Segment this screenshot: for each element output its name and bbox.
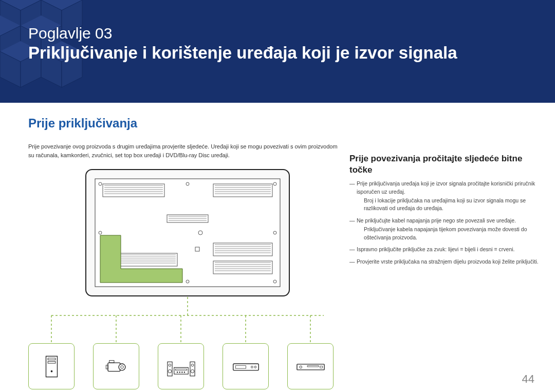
list-item: ― Provjerite vrste priključaka na stražn…	[349, 258, 540, 266]
device-bluray-player	[287, 343, 334, 389]
svg-point-75	[119, 364, 125, 370]
intro-paragraph: Prije povezivanje ovog proizvoda s drugi…	[28, 142, 342, 159]
list-item-text: Ispravno priključite priključke za zvuk:…	[357, 246, 515, 252]
display-rear-illustration	[85, 169, 290, 297]
svg-rect-74	[108, 363, 120, 371]
device-home-theater	[158, 343, 204, 389]
list-item-sub: Broj i lokacije priključaka na uređajima…	[357, 197, 540, 213]
list-item: ― Ispravno priključite priključke za zvu…	[349, 246, 540, 254]
device-pc-tower	[28, 343, 75, 389]
svg-rect-85	[174, 367, 188, 374]
chapter-label: Poglavlje 03	[28, 25, 457, 42]
svg-point-88	[179, 371, 180, 372]
chapter-title: Priključivanje i korištenje uređaja koji…	[28, 43, 457, 63]
list-item: ― Prije priključivanja uređaja koji je i…	[349, 180, 540, 213]
connector-lines	[28, 297, 342, 343]
section-title: Prije priključivanja	[28, 116, 137, 130]
page-number: 44	[522, 372, 534, 386]
list-item-text: Prije priključivanja uređaja koji je izv…	[357, 180, 535, 195]
pre-connection-heading: Prije povezivanja pročitajte sljedeće bi…	[349, 153, 540, 176]
connection-diagram	[28, 169, 342, 392]
dash-icon: ―	[349, 258, 355, 266]
svg-point-89	[181, 371, 182, 372]
device-camcorder	[93, 343, 139, 389]
dash-icon: ―	[349, 246, 355, 254]
dash-icon: ―	[349, 217, 355, 225]
svg-point-73	[50, 370, 52, 372]
chapter-header: Poglavlje 03 Priključivanje i korištenje…	[0, 0, 555, 103]
dash-icon: ―	[349, 180, 355, 188]
list-item-sub: Priključivanje kabela napajanja tijekom …	[357, 226, 540, 242]
svg-point-90	[183, 371, 184, 372]
list-item-text: Ne priključujte kabel napajanja prije ne…	[357, 217, 516, 223]
device-settop-box	[223, 343, 269, 389]
list-item-text: Provjerite vrste priključaka na stražnje…	[357, 258, 539, 265]
svg-point-87	[176, 371, 177, 372]
pre-connection-list: ― Prije priključivanja uređaja koji je i…	[349, 180, 540, 270]
list-item: ― Ne priključujte kabel napajanja prije …	[349, 217, 540, 241]
